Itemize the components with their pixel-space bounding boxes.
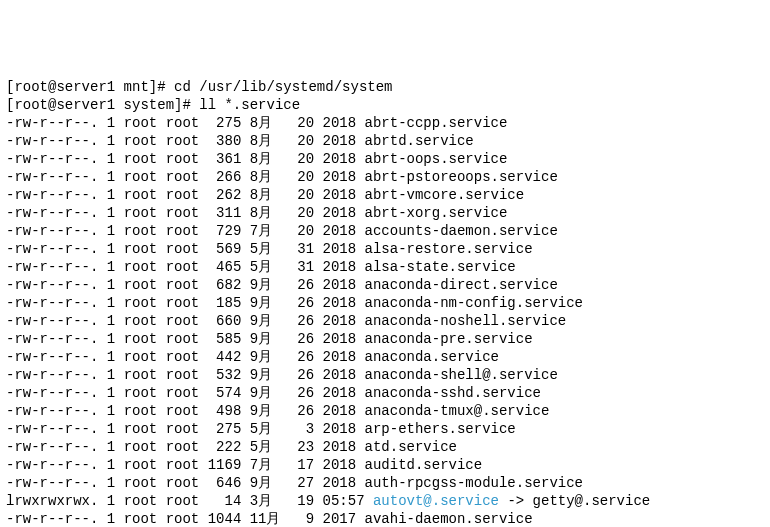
file-name: abrtd.service [365,133,474,149]
file-row: -rw-r--r--. 1 root root 311 8月 20 2018 a… [6,204,764,222]
file-group: root [166,439,200,455]
file-day: 20 [289,151,314,167]
file-links: 1 [107,313,115,329]
file-group: root [166,511,200,527]
file-time: 2018 [323,349,357,365]
file-links: 1 [107,295,115,311]
file-time: 2018 [323,439,357,455]
file-day: 3 [289,421,314,437]
file-links: 1 [107,367,115,383]
file-size: 266 [208,169,242,185]
file-links: 1 [107,241,115,257]
symlink-target: -> getty@.service [499,493,650,509]
file-month: 9月 [250,313,281,329]
file-permissions: -rw-r--r--. [6,277,98,293]
file-links: 1 [107,169,115,185]
file-time: 2018 [323,277,357,293]
file-month: 9月 [250,349,281,365]
file-row: -rw-r--r--. 1 root root 262 8月 20 2018 a… [6,186,764,204]
file-size: 222 [208,439,242,455]
file-time: 2018 [323,259,357,275]
file-owner: root [124,403,158,419]
file-permissions: -rw-r--r--. [6,133,98,149]
file-name: anaconda.service [365,349,499,365]
file-name: anaconda-shell@.service [365,367,558,383]
file-size: 660 [208,313,242,329]
file-month: 5月 [250,241,281,257]
file-permissions: -rw-r--r--. [6,421,98,437]
file-owner: root [124,421,158,437]
file-owner: root [124,385,158,401]
file-day: 20 [289,169,314,185]
file-row: -rw-r--r--. 1 root root 222 5月 23 2018 a… [6,438,764,456]
file-row: -rw-r--r--. 1 root root 585 9月 26 2018 a… [6,330,764,348]
file-group: root [166,241,200,257]
file-time: 2018 [323,295,357,311]
file-month: 9月 [250,403,281,419]
file-owner: root [124,151,158,167]
file-links: 1 [107,223,115,239]
file-links: 1 [107,439,115,455]
file-month: 11月 [250,511,281,527]
file-group: root [166,187,200,203]
file-permissions: -rw-r--r--. [6,385,98,401]
file-time: 2018 [323,385,357,401]
file-day: 23 [289,439,314,455]
file-day: 26 [289,349,314,365]
file-group: root [166,205,200,221]
file-links: 1 [107,187,115,203]
file-links: 1 [107,349,115,365]
file-owner: root [124,511,158,527]
file-month: 8月 [250,187,281,203]
file-group: root [166,313,200,329]
file-day: 26 [289,367,314,383]
file-size: 1169 [208,457,242,473]
file-name: accounts-daemon.service [365,223,558,239]
file-permissions: -rw-r--r--. [6,331,98,347]
file-size: 465 [208,259,242,275]
file-month: 8月 [250,151,281,167]
file-month: 7月 [250,223,281,239]
file-month: 3月 [250,493,281,509]
file-time: 2018 [323,457,357,473]
file-permissions: -rw-r--r--. [6,169,98,185]
file-group: root [166,169,200,185]
file-group: root [166,493,200,509]
file-day: 20 [289,205,314,221]
file-group: root [166,421,200,437]
file-time: 2018 [323,187,357,203]
file-time: 2018 [323,241,357,257]
file-time: 2018 [323,151,357,167]
file-day: 20 [289,187,314,203]
file-day: 26 [289,277,314,293]
file-permissions: -rw-r--r--. [6,439,98,455]
file-time: 2018 [323,313,357,329]
file-day: 27 [289,475,314,491]
file-name: avahi-daemon.service [365,511,533,527]
file-day: 26 [289,403,314,419]
file-links: 1 [107,331,115,347]
file-time: 2018 [323,133,357,149]
file-time: 2018 [323,115,357,131]
file-time: 2018 [323,205,357,221]
file-permissions: -rw-r--r--. [6,349,98,365]
file-group: root [166,259,200,275]
file-name: alsa-restore.service [365,241,533,257]
file-time: 2018 [323,367,357,383]
file-permissions: -rw-r--r--. [6,241,98,257]
file-links: 1 [107,421,115,437]
file-owner: root [124,313,158,329]
file-owner: root [124,367,158,383]
file-month: 7月 [250,457,281,473]
file-group: root [166,385,200,401]
file-size: 574 [208,385,242,401]
file-month: 9月 [250,475,281,491]
file-size: 185 [208,295,242,311]
file-group: root [166,133,200,149]
file-group: root [166,115,200,131]
file-size: 380 [208,133,242,149]
file-day: 20 [289,133,314,149]
file-group: root [166,331,200,347]
file-time: 2018 [323,403,357,419]
file-time: 2018 [323,169,357,185]
